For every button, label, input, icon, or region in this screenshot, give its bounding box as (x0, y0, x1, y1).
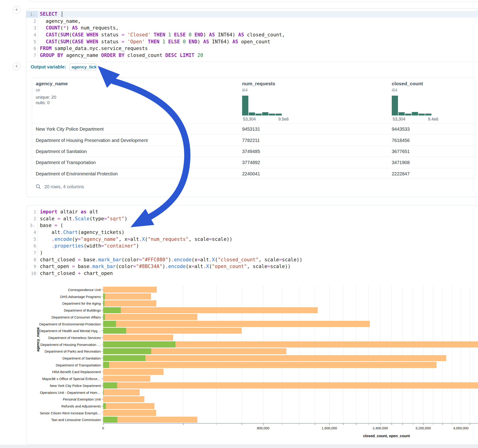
chart-x-label: 4,000,000 (453, 426, 469, 430)
chart-gridline (423, 286, 423, 423)
chart-x-tick (452, 423, 453, 425)
table-cell: 3471908 (392, 160, 410, 165)
table-cell: 7618456 (392, 137, 410, 143)
line-number: 9 (26, 263, 38, 270)
chart-x-axis-title: closed_count, open_count (363, 434, 410, 438)
code-line[interactable]: 4 alt.Chart(agency_tickets) (26, 229, 478, 236)
table-row[interactable]: Department of Sanitation37494853677651 (32, 146, 475, 157)
chart-gridline (470, 286, 470, 423)
code-text: GROUP BY agency_name ORDER BY closed_cou… (38, 53, 203, 58)
chart-bar-closed_count (103, 355, 446, 361)
code-line[interactable]: 4 CAST(SUM(CASE WHEN status = 'Closed' T… (26, 31, 478, 38)
chart-y-label: Senior Citizen Rent Increase Exempti… (40, 411, 101, 415)
chart-gridline (380, 286, 380, 423)
output-variable-pill[interactable]: agency_tickets (69, 63, 96, 70)
line-number: 1⌄ (26, 11, 38, 18)
chart-bar-open_count (103, 382, 117, 389)
code-line[interactable]: 10chart_closed + chart_open (26, 270, 478, 277)
chart-x-tick (356, 423, 357, 425)
chart-bar-closed_count (103, 369, 164, 375)
code-line[interactable]: 5 .encode(y="agency_name", x=alt.X("num_… (26, 236, 478, 243)
table-cell: 9443533 (392, 126, 410, 132)
chart-y-label: Correspondence Unit (68, 288, 101, 292)
chart-bar-closed_count (103, 321, 370, 327)
column-histogram (242, 96, 282, 115)
chart-y-label: Department of Buildings (64, 308, 101, 312)
chart-gridline (343, 286, 343, 423)
code-text: SELECT (38, 11, 62, 17)
chart-bar-open_count (103, 389, 104, 395)
column-header[interactable]: num_requests (242, 81, 275, 87)
table-cell: 7782211 (242, 137, 260, 143)
code-line[interactable]: 6FROM sample_data.nyc.service_requests (26, 45, 478, 52)
line-number: 4 (26, 229, 38, 236)
column-header[interactable]: agency_name (36, 81, 68, 87)
notebook-page: { "sql_cell": { "lines": [ {"num":"1","f… (0, 0, 478, 448)
code-line[interactable]: 3⌄base = ( (26, 222, 478, 229)
chart-x-label: 2,400,000 (373, 426, 388, 430)
add-cell-button-top[interactable]: + (13, 6, 20, 14)
code-line[interactable]: 6 .properties(width="container") (26, 243, 478, 249)
chart-bar-closed_count (103, 287, 157, 293)
chart-y-label: Department of Transportation (56, 363, 101, 367)
sql-cell: 1⌄SELECT 2 agency_name,3 COUNT(*) AS num… (26, 8, 478, 197)
python-cell: 1import altair as alt2scale = alt.Scale(… (26, 205, 478, 445)
chart-x-tick (263, 423, 264, 425)
page-bottom-band (0, 445, 478, 448)
line-number: 7 (26, 52, 38, 59)
table-row[interactable]: New York City Police Department945313194… (32, 123, 475, 135)
column-stat: nulls: 0 (36, 100, 50, 105)
code-line[interactable]: 2 agency_name, (26, 18, 478, 25)
chart-gridline (356, 286, 356, 423)
chart-x-tick (216, 423, 217, 425)
column-type: i64 (242, 88, 248, 93)
code-line[interactable]: 3 COUNT(*) AS num_requests, (26, 25, 478, 31)
fold-chevron-icon[interactable]: ⌄ (33, 224, 36, 227)
code-line[interactable]: 2scale = alt.Scale(type="sqrt") (26, 215, 478, 222)
chart-x-tick (470, 423, 470, 425)
table-row[interactable]: Department of Transportation377489234719… (32, 157, 475, 168)
line-number: 2 (26, 215, 38, 222)
chart-x-tick (461, 423, 461, 425)
chart-x-tick (315, 423, 315, 425)
chart-x-tick (329, 423, 330, 425)
chart-y-label: Department of Homeless Services (48, 336, 101, 339)
chart-y-label: Taxi and Limousine Commission (51, 418, 101, 422)
chart-bar-open_count (103, 417, 117, 423)
code-text: chart_closed = base.mark_bar(color="#FFC… (38, 257, 302, 262)
line-number: 8 (26, 256, 38, 263)
table-cell: 2222847 (392, 171, 410, 176)
search-icon[interactable] (36, 184, 41, 189)
python-code-editor[interactable]: 1import altair as alt2scale = alt.Scale(… (26, 208, 478, 277)
code-text: chart_open = base.mark_bar(color="#8BC34… (38, 264, 291, 269)
column-header[interactable]: closed_count (392, 81, 423, 87)
add-cell-button-middle[interactable]: + (13, 62, 20, 70)
table-row[interactable]: Department of Housing Preservation and D… (32, 134, 475, 146)
chart-gridline (433, 286, 433, 423)
chart-plot-area (103, 286, 478, 423)
fold-chevron-icon[interactable]: ⌄ (33, 13, 36, 16)
sql-code-editor[interactable]: 1⌄SELECT 2 agency_name,3 COUNT(*) AS num… (26, 11, 478, 59)
chart-gridline (402, 286, 403, 423)
chart-y-label: Department of Housing Preservation … (40, 342, 101, 346)
code-line[interactable]: 5 CAST(SUM(CASE WHEN status = 'Open' THE… (26, 38, 478, 45)
chart-x-tick (442, 423, 443, 425)
table-cell: 9453131 (242, 126, 260, 132)
code-line[interactable]: 7) (26, 249, 478, 256)
line-number: 3⌄ (26, 222, 38, 229)
chart-gridline (452, 286, 452, 423)
chart-gridline (329, 286, 329, 423)
chart-bar-closed_count (103, 376, 150, 382)
table-cell: 3774892 (242, 160, 260, 165)
chart-x-tick (183, 423, 183, 425)
code-line[interactable]: 9chart_open = base.mark_bar(color="#8BC3… (26, 263, 478, 270)
code-line[interactable]: 1⌄SELECT (26, 11, 478, 18)
code-line[interactable]: 1import altair as alt (26, 208, 478, 215)
chart-y-label: Department of Environmental Protection (39, 322, 101, 326)
code-line[interactable]: 7GROUP BY agency_name ORDER BY closed_co… (26, 52, 478, 59)
table-row[interactable]: Department of Environmental Protection22… (32, 168, 475, 179)
line-number: 6 (26, 243, 38, 249)
code-line[interactable]: 8chart_closed = base.mark_bar(color="#FF… (26, 256, 478, 263)
chart-y-label: Department of Sanitation (63, 356, 101, 360)
chart-bar-closed_count (103, 382, 478, 389)
